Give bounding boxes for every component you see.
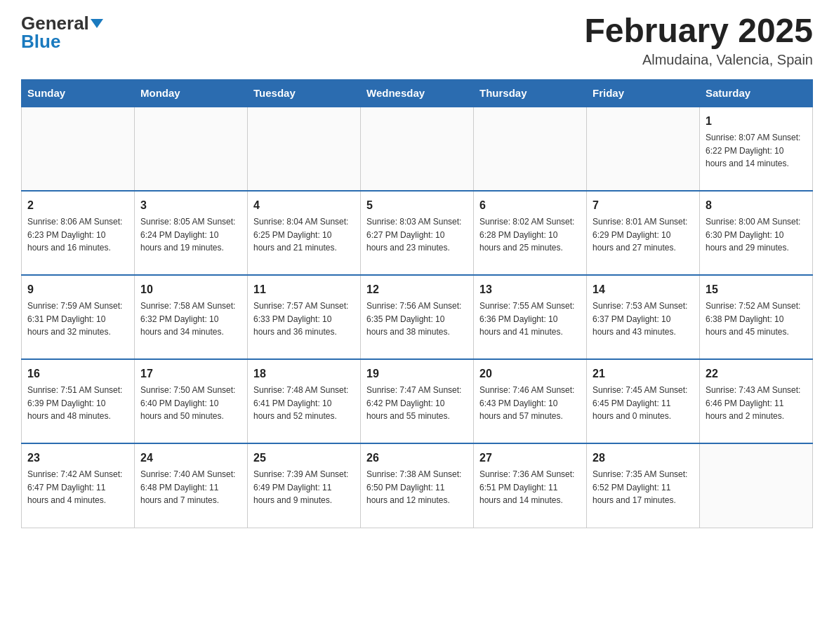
calendar-day-cell: 27Sunrise: 7:36 AM Sunset: 6:51 PM Dayli… <box>474 443 587 528</box>
column-header-monday: Monday <box>135 80 248 107</box>
calendar-week-row: 2Sunrise: 8:06 AM Sunset: 6:23 PM Daylig… <box>22 191 813 275</box>
day-number: 20 <box>479 365 581 382</box>
header-title-block: February 2025 Almudaina, Valencia, Spain <box>584 14 813 68</box>
column-header-thursday: Thursday <box>474 80 587 107</box>
day-info: Sunrise: 7:51 AM Sunset: 6:39 PM Dayligh… <box>27 384 128 423</box>
column-header-wednesday: Wednesday <box>361 80 474 107</box>
day-info: Sunrise: 7:47 AM Sunset: 6:42 PM Dayligh… <box>366 384 468 423</box>
day-info: Sunrise: 8:04 AM Sunset: 6:25 PM Dayligh… <box>253 215 355 255</box>
day-info: Sunrise: 7:46 AM Sunset: 6:43 PM Dayligh… <box>479 384 581 423</box>
day-number: 5 <box>366 197 468 214</box>
calendar-day-cell: 28Sunrise: 7:35 AM Sunset: 6:52 PM Dayli… <box>587 443 700 528</box>
column-header-saturday: Saturday <box>700 80 813 107</box>
calendar-day-cell: 10Sunrise: 7:58 AM Sunset: 6:32 PM Dayli… <box>135 275 248 359</box>
day-number: 1 <box>706 113 807 130</box>
calendar-day-cell: 15Sunrise: 7:52 AM Sunset: 6:38 PM Dayli… <box>700 275 813 359</box>
calendar-day-cell: 25Sunrise: 7:39 AM Sunset: 6:49 PM Dayli… <box>248 443 361 528</box>
day-info: Sunrise: 7:55 AM Sunset: 6:36 PM Dayligh… <box>479 300 581 339</box>
calendar-day-cell <box>587 107 700 191</box>
day-number: 6 <box>479 197 581 214</box>
day-info: Sunrise: 7:53 AM Sunset: 6:37 PM Dayligh… <box>593 300 694 339</box>
day-number: 9 <box>27 281 128 298</box>
calendar-day-cell: 4Sunrise: 8:04 AM Sunset: 6:25 PM Daylig… <box>248 191 361 275</box>
calendar-day-cell: 5Sunrise: 8:03 AM Sunset: 6:27 PM Daylig… <box>361 191 474 275</box>
column-header-tuesday: Tuesday <box>248 80 361 107</box>
calendar-day-cell: 18Sunrise: 7:48 AM Sunset: 6:41 PM Dayli… <box>248 359 361 443</box>
day-number: 18 <box>253 365 355 382</box>
location-subtitle: Almudaina, Valencia, Spain <box>584 52 813 68</box>
calendar-day-cell: 16Sunrise: 7:51 AM Sunset: 6:39 PM Dayli… <box>22 359 135 443</box>
column-header-sunday: Sunday <box>22 80 135 107</box>
calendar-day-cell: 24Sunrise: 7:40 AM Sunset: 6:48 PM Dayli… <box>135 443 248 528</box>
day-info: Sunrise: 7:50 AM Sunset: 6:40 PM Dayligh… <box>140 384 241 423</box>
logo-triangle-icon <box>91 19 103 28</box>
day-info: Sunrise: 7:48 AM Sunset: 6:41 PM Dayligh… <box>253 384 355 423</box>
day-number: 13 <box>479 281 581 298</box>
day-info: Sunrise: 7:39 AM Sunset: 6:49 PM Dayligh… <box>253 468 355 507</box>
calendar-day-cell: 13Sunrise: 7:55 AM Sunset: 6:36 PM Dayli… <box>474 275 587 359</box>
day-info: Sunrise: 8:06 AM Sunset: 6:23 PM Dayligh… <box>27 215 128 255</box>
calendar-day-cell: 22Sunrise: 7:43 AM Sunset: 6:46 PM Dayli… <box>700 359 813 443</box>
calendar-day-cell <box>700 443 813 528</box>
day-number: 15 <box>706 281 807 298</box>
day-number: 11 <box>253 281 355 298</box>
calendar-day-cell: 7Sunrise: 8:01 AM Sunset: 6:29 PM Daylig… <box>587 191 700 275</box>
day-number: 14 <box>593 281 694 298</box>
calendar-week-row: 1Sunrise: 8:07 AM Sunset: 6:22 PM Daylig… <box>22 107 813 191</box>
day-number: 28 <box>593 450 694 467</box>
calendar-day-cell: 23Sunrise: 7:42 AM Sunset: 6:47 PM Dayli… <box>22 443 135 528</box>
day-info: Sunrise: 7:36 AM Sunset: 6:51 PM Dayligh… <box>479 468 581 507</box>
day-info: Sunrise: 7:40 AM Sunset: 6:48 PM Dayligh… <box>140 468 241 507</box>
day-number: 8 <box>706 197 807 214</box>
day-info: Sunrise: 7:38 AM Sunset: 6:50 PM Dayligh… <box>366 468 468 507</box>
calendar-day-cell: 19Sunrise: 7:47 AM Sunset: 6:42 PM Dayli… <box>361 359 474 443</box>
calendar-day-cell: 17Sunrise: 7:50 AM Sunset: 6:40 PM Dayli… <box>135 359 248 443</box>
calendar-day-cell: 2Sunrise: 8:06 AM Sunset: 6:23 PM Daylig… <box>22 191 135 275</box>
day-number: 27 <box>479 450 581 467</box>
day-info: Sunrise: 7:43 AM Sunset: 6:46 PM Dayligh… <box>706 384 807 423</box>
logo-blue: Blue <box>21 31 60 52</box>
calendar-day-cell <box>135 107 248 191</box>
day-number: 16 <box>27 365 128 382</box>
day-info: Sunrise: 8:07 AM Sunset: 6:22 PM Dayligh… <box>706 131 807 170</box>
calendar-day-cell <box>248 107 361 191</box>
calendar-day-cell: 12Sunrise: 7:56 AM Sunset: 6:35 PM Dayli… <box>361 275 474 359</box>
logo: General Blue <box>21 14 103 51</box>
day-info: Sunrise: 8:02 AM Sunset: 6:28 PM Dayligh… <box>479 215 581 255</box>
calendar-day-cell: 26Sunrise: 7:38 AM Sunset: 6:50 PM Dayli… <box>361 443 474 528</box>
day-number: 21 <box>593 365 694 382</box>
calendar-week-row: 9Sunrise: 7:59 AM Sunset: 6:31 PM Daylig… <box>22 275 813 359</box>
calendar-day-cell: 11Sunrise: 7:57 AM Sunset: 6:33 PM Dayli… <box>248 275 361 359</box>
day-number: 3 <box>140 197 241 214</box>
calendar-table: SundayMondayTuesdayWednesdayThursdayFrid… <box>21 79 813 528</box>
day-info: Sunrise: 8:03 AM Sunset: 6:27 PM Dayligh… <box>366 215 468 255</box>
calendar-day-cell <box>361 107 474 191</box>
day-number: 24 <box>140 450 241 467</box>
day-info: Sunrise: 8:05 AM Sunset: 6:24 PM Dayligh… <box>140 215 241 255</box>
day-number: 17 <box>140 365 241 382</box>
day-number: 10 <box>140 281 241 298</box>
day-info: Sunrise: 7:56 AM Sunset: 6:35 PM Dayligh… <box>366 300 468 339</box>
day-number: 4 <box>253 197 355 214</box>
calendar-day-cell: 9Sunrise: 7:59 AM Sunset: 6:31 PM Daylig… <box>22 275 135 359</box>
calendar-header-row: SundayMondayTuesdayWednesdayThursdayFrid… <box>22 80 813 107</box>
day-info: Sunrise: 7:42 AM Sunset: 6:47 PM Dayligh… <box>27 468 128 507</box>
day-number: 22 <box>706 365 807 382</box>
calendar-day-cell: 20Sunrise: 7:46 AM Sunset: 6:43 PM Dayli… <box>474 359 587 443</box>
day-number: 25 <box>253 450 355 467</box>
day-number: 2 <box>27 197 128 214</box>
calendar-day-cell: 8Sunrise: 8:00 AM Sunset: 6:30 PM Daylig… <box>700 191 813 275</box>
day-info: Sunrise: 8:00 AM Sunset: 6:30 PM Dayligh… <box>706 215 807 255</box>
calendar-day-cell: 3Sunrise: 8:05 AM Sunset: 6:24 PM Daylig… <box>135 191 248 275</box>
day-number: 12 <box>366 281 468 298</box>
day-number: 19 <box>366 365 468 382</box>
day-info: Sunrise: 7:59 AM Sunset: 6:31 PM Dayligh… <box>27 300 128 339</box>
day-number: 26 <box>366 450 468 467</box>
month-title: February 2025 <box>584 14 813 48</box>
calendar-day-cell: 6Sunrise: 8:02 AM Sunset: 6:28 PM Daylig… <box>474 191 587 275</box>
calendar-day-cell <box>22 107 135 191</box>
day-info: Sunrise: 7:52 AM Sunset: 6:38 PM Dayligh… <box>706 300 807 339</box>
calendar-day-cell <box>474 107 587 191</box>
day-info: Sunrise: 7:45 AM Sunset: 6:45 PM Dayligh… <box>593 384 694 423</box>
calendar-week-row: 16Sunrise: 7:51 AM Sunset: 6:39 PM Dayli… <box>22 359 813 443</box>
